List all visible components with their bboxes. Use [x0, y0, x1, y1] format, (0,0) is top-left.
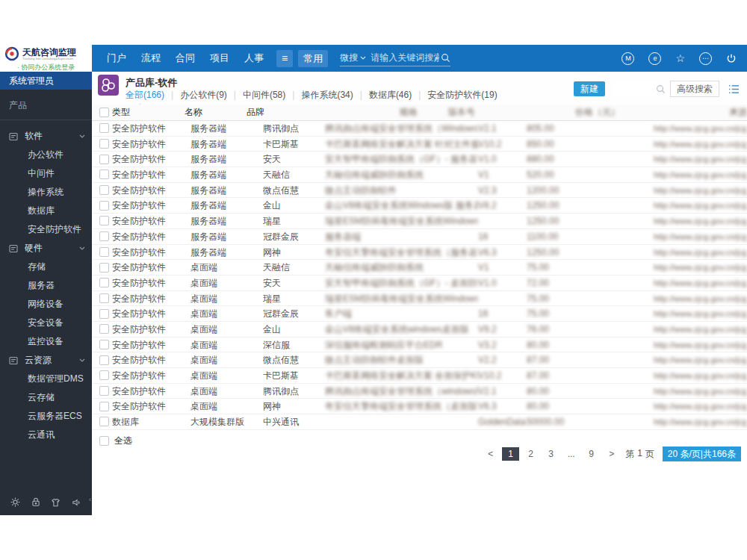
- sidebar-item[interactable]: 操作系统: [0, 183, 92, 202]
- table-row[interactable]: 安全防护软件 桌面端 深信服 深信服终端检测响应平台EDR V3.2 80.00…: [92, 337, 747, 353]
- row-checkbox[interactable]: [99, 231, 109, 241]
- select-all-checkbox[interactable]: [99, 436, 109, 446]
- page-button[interactable]: <: [482, 447, 499, 461]
- page-button[interactable]: 2: [522, 447, 539, 461]
- favorites-nav-button[interactable]: 常用: [298, 50, 328, 67]
- page-button[interactable]: 1: [502, 447, 519, 461]
- menu-button[interactable]: ≡: [276, 50, 293, 67]
- row-checkbox[interactable]: [99, 293, 109, 303]
- table-row[interactable]: 数据库 大规模集群版 中兴通讯 GoldenData v... 50000.00…: [92, 414, 747, 430]
- search-icon[interactable]: [656, 84, 666, 94]
- sidebar-item[interactable]: 云服务器ECS: [0, 407, 92, 426]
- per-page-badge[interactable]: 20 条/页|共166条: [663, 447, 741, 461]
- current-page-number[interactable]: 1: [637, 448, 642, 461]
- sidebar-item[interactable]: 存储: [0, 258, 92, 276]
- table-row[interactable]: 安全防护软件 桌面端 微点佰慧 微点主动防御软件桌面版 V2.2 87.00 h…: [92, 352, 747, 368]
- category-tab[interactable]: 中间件(58): [227, 89, 285, 102]
- table-row[interactable]: 安全防护软件 服务器端 瑞星 瑞星ESM防病毒终端安全系统Windows版 服务…: [92, 214, 747, 229]
- row-checkbox[interactable]: [99, 216, 109, 225]
- category-tab[interactable]: 办公软件(9): [164, 89, 227, 102]
- table-row[interactable]: 安全防护软件 桌面端 金山 金山V8终端安全系统windows桌面版 V9.2 …: [92, 322, 747, 337]
- page-button[interactable]: 3: [542, 447, 560, 461]
- nav-item[interactable]: 人事: [237, 45, 271, 72]
- table-row[interactable]: 安全防护软件 桌面端 网神 奇安信天擎终端安全管理系统（桌面版） V6.3 80…: [92, 399, 747, 414]
- sidebar-item[interactable]: 云通讯: [0, 426, 92, 444]
- column-header[interactable]: 规格: [400, 105, 448, 120]
- sidebar-item[interactable]: 监控设备: [0, 332, 92, 351]
- table-row[interactable]: 安全防护软件 桌面端 冠群金辰 客户端 16 75.00 http://www.…: [92, 306, 747, 322]
- category-tab[interactable]: 安全防护软件(19): [412, 89, 497, 102]
- row-checkbox[interactable]: [99, 123, 109, 133]
- table-row[interactable]: 安全防护软件 服务器端 腾讯御点 腾讯御点终端安全管理系统（Windows版） …: [92, 121, 747, 137]
- oa-login-link[interactable]: · 协同办公系统登录: [4, 63, 87, 72]
- table-row[interactable]: 安全防护软件 桌面端 瑞星 瑞星ESM防病毒终端安全系统Windows版 桌面版…: [92, 291, 747, 307]
- column-header[interactable]: 来源: [729, 105, 747, 120]
- theme-shirt-icon[interactable]: [50, 497, 61, 508]
- category-tab[interactable]: 数据库(46): [353, 89, 412, 102]
- message-icon[interactable]: e: [648, 52, 661, 65]
- new-button[interactable]: 新建: [574, 81, 605, 96]
- table-row[interactable]: 安全防护软件 桌面端 腾讯御点 腾讯御点终端安全管理系统（windows版）V2…: [92, 384, 747, 399]
- table-row[interactable]: 安全防护软件 服务器端 微点佰慧 微点主动防御软件 V2.3 1200.00 h…: [92, 183, 747, 199]
- table-search-input[interactable]: [614, 81, 656, 96]
- row-checkbox[interactable]: [99, 155, 109, 164]
- sidebar-item[interactable]: 硬件: [0, 239, 92, 258]
- category-tab[interactable]: 操作系统(34): [285, 89, 353, 102]
- table-row[interactable]: 安全防护软件 服务器端 金山 金山V8终端安全系统Windows版 服务器端 V…: [92, 198, 747, 214]
- chevron-down-icon[interactable]: [360, 56, 366, 60]
- list-view-icon[interactable]: [728, 84, 740, 94]
- settings-gear-icon[interactable]: [10, 497, 21, 508]
- column-header[interactable]: 品牌: [247, 105, 400, 120]
- select-all-header-checkbox[interactable]: [99, 108, 109, 117]
- row-checkbox[interactable]: [99, 201, 109, 211]
- category-tab[interactable]: 全部(166): [125, 89, 164, 102]
- lock-icon[interactable]: [31, 497, 41, 508]
- advanced-search-button[interactable]: 高级搜索: [670, 81, 719, 97]
- search-icon[interactable]: [441, 53, 450, 63]
- row-checkbox[interactable]: [99, 386, 109, 396]
- column-header[interactable]: 类型: [112, 105, 185, 120]
- nav-item[interactable]: 流程: [134, 45, 168, 72]
- table-row[interactable]: 安全防护软件 服务器端 安天 安天智甲终端防御系统（GF）- 服务器防护版 V1…: [92, 152, 747, 167]
- row-checkbox[interactable]: [99, 278, 109, 287]
- favorite-star-icon[interactable]: ☆: [675, 52, 685, 64]
- speaker-icon[interactable]: [71, 497, 82, 508]
- table-row[interactable]: 安全防护软件 服务器端 冠群金辰 服务器端 16 1100.00 http://…: [92, 229, 747, 245]
- page-button[interactable]: >: [603, 447, 620, 461]
- power-icon[interactable]: [726, 53, 737, 63]
- page-button[interactable]: 9: [583, 447, 600, 461]
- row-checkbox[interactable]: [99, 324, 109, 334]
- table-row[interactable]: 安全防护软件 服务器端 网神 奇安信天擎终端安全管理系统（服务器版） V6.3 …: [92, 245, 747, 261]
- row-checkbox[interactable]: [99, 417, 109, 426]
- row-checkbox[interactable]: [99, 139, 109, 149]
- table-row[interactable]: 安全防护软件 服务器端 天融信 天融信终端威胁防御系统 V1 520.00 ht…: [92, 167, 747, 183]
- sidebar-item[interactable]: 服务器: [0, 276, 92, 295]
- sidebar-item[interactable]: 中间件: [0, 164, 92, 183]
- column-header[interactable]: 名称: [185, 105, 247, 120]
- column-header[interactable]: 版本号: [448, 105, 575, 120]
- table-row[interactable]: 安全防护软件 桌面端 安天 安天智甲终端防御系统（GF）- 桌面防护版 V1.0…: [92, 276, 747, 291]
- sidebar-item[interactable]: 软件: [0, 127, 92, 146]
- row-checkbox[interactable]: [99, 263, 109, 273]
- sidebar-item[interactable]: 云资源: [0, 351, 92, 370]
- row-checkbox[interactable]: [99, 370, 109, 380]
- row-checkbox[interactable]: [99, 185, 109, 195]
- row-checkbox[interactable]: [99, 169, 109, 179]
- row-checkbox[interactable]: [99, 247, 109, 257]
- search-scope-label[interactable]: 微搜: [340, 52, 358, 64]
- search-input[interactable]: [369, 52, 441, 63]
- page-button[interactable]: ...: [562, 447, 580, 461]
- collapse-chevron-icon[interactable]: ‹: [89, 496, 91, 503]
- nav-item[interactable]: 门户: [99, 45, 134, 72]
- row-checkbox[interactable]: [99, 309, 109, 319]
- sidebar-item[interactable]: 数据库: [0, 202, 92, 220]
- sidebar-item[interactable]: 数据管理DMS: [0, 370, 92, 388]
- sidebar-item[interactable]: 办公软件: [0, 146, 92, 164]
- sidebar-item[interactable]: 网络设备: [0, 295, 92, 314]
- more-icon[interactable]: ⋯: [699, 52, 712, 65]
- nav-item[interactable]: 项目: [202, 45, 237, 72]
- row-checkbox[interactable]: [99, 340, 109, 349]
- nav-item[interactable]: 合同: [168, 45, 202, 72]
- row-checkbox[interactable]: [99, 402, 109, 411]
- table-row[interactable]: 安全防护软件 服务器端 卡巴斯基 卡巴斯基网络安全解决方案 针对文件服务器 KE…: [92, 137, 747, 152]
